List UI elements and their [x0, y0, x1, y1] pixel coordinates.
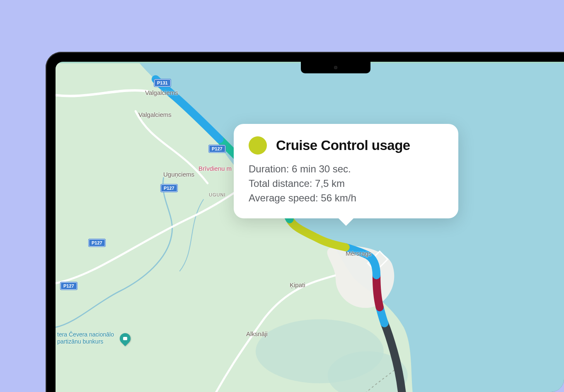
- place-label-brivdienu: Brīvdienu m: [198, 165, 232, 172]
- road-badge-p127-c: P127: [89, 239, 105, 247]
- cruise-control-indicator-icon: [249, 136, 267, 155]
- tooltip-distance: Total distance: 7,5 km: [249, 177, 443, 191]
- route-segment-harsh[interactable]: [377, 275, 380, 307]
- map-screen[interactable]: P131 P127 P127 P127 P127 Valgalciems Val…: [56, 62, 564, 392]
- route-segment-tooltip: Cruise Control usage Duration: 6 min 30 …: [234, 124, 458, 218]
- place-label-mersrags: Mērsrags: [346, 250, 372, 257]
- place-label-alksnaji: Alksnāji: [246, 330, 268, 337]
- road-badge-p127-d: P127: [61, 282, 77, 290]
- road-badge-p127-a: P127: [209, 145, 225, 152]
- place-label-ugunciems: Uguņciems: [163, 171, 194, 178]
- laptop-bezel: P131 P127 P127 P127 P127 Valgalciems Val…: [46, 52, 564, 392]
- device-mockup-frame: P131 P127 P127 P127 P127 Valgalciems Val…: [0, 8, 564, 392]
- map-canvas[interactable]: [56, 62, 564, 392]
- place-label-valgalciems-2: Valgalciems: [138, 111, 172, 118]
- road-badge-p131: P131: [154, 79, 171, 87]
- place-label-valgalciems-1: Valgalciems: [145, 89, 178, 96]
- place-label-kipati: Ķipati: [290, 281, 305, 288]
- tooltip-duration: Duration: 6 min 30 sec.: [249, 162, 443, 177]
- place-label-uguni: UGUNI: [209, 192, 225, 197]
- road-badge-p127-b: P127: [161, 184, 177, 192]
- tooltip-title: Cruise Control usage: [276, 138, 410, 153]
- laptop-notch: [301, 62, 370, 73]
- tooltip-speed: Average speed: 56 km/h: [249, 191, 443, 206]
- poi-label-bunker: tera Čevera nacionālo partizānu bunkurs: [57, 331, 114, 345]
- tooltip-body: Duration: 6 min 30 sec. Total distance: …: [249, 162, 443, 205]
- tooltip-header: Cruise Control usage: [249, 136, 443, 155]
